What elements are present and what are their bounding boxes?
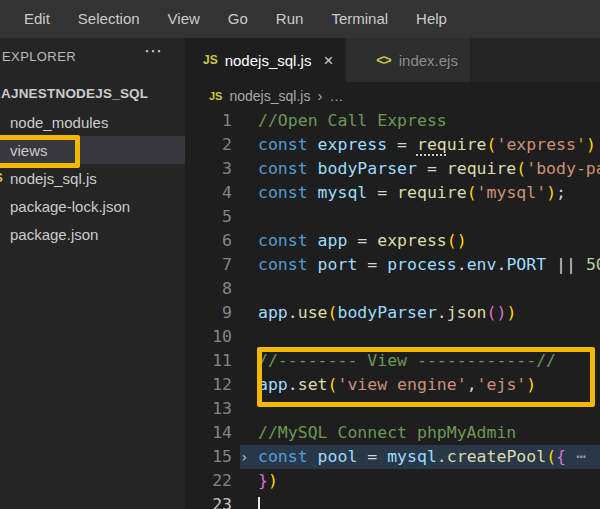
- line-text: app.set('view engine','ejs'): [258, 373, 600, 397]
- tree-item-package-json[interactable]: {}package.json: [0, 220, 185, 248]
- code-line-22[interactable]: 22}): [185, 469, 600, 493]
- code-line-5[interactable]: 5: [185, 205, 600, 229]
- javascript-file-icon: JS: [203, 53, 218, 67]
- menu-item-go[interactable]: Go: [214, 0, 262, 38]
- code-line-11[interactable]: 11//-------- View ------------//: [185, 349, 600, 373]
- line-text: //MySQL Connect phpMyAdmin: [258, 421, 600, 445]
- tree-item-nodejs-sql-js[interactable]: JSnodejs_sql.js: [0, 164, 185, 192]
- code-line-6[interactable]: 6const app = express(): [185, 229, 600, 253]
- code-line-1[interactable]: 1//Open Call Express: [185, 109, 600, 133]
- line-text: const port = process.env.PORT || 5000: [258, 253, 600, 277]
- breadcrumb[interactable]: JS nodejs_sql.js › …: [185, 82, 600, 109]
- breadcrumb-more[interactable]: …: [329, 88, 343, 104]
- menu-item-help[interactable]: Help: [402, 0, 461, 38]
- tree-item-package-lock-json[interactable]: {}package-lock.json: [0, 192, 185, 220]
- code-line-8[interactable]: 8: [185, 277, 600, 301]
- line-text: const mysql = require('mysql');: [258, 181, 600, 205]
- line-text: [258, 277, 600, 301]
- menu-bar: EditSelectionViewGoRunTerminalHelp: [0, 0, 600, 38]
- code-line-4[interactable]: 4const mysql = require('mysql');: [185, 181, 600, 205]
- tab-bar: JSnodejs_sql.js×<>index.ejs: [185, 38, 600, 82]
- json-file-icon: {}: [0, 198, 10, 214]
- code-line-23[interactable]: 23: [185, 493, 600, 509]
- line-number: 10: [185, 325, 240, 349]
- more-actions-icon[interactable]: ⋯: [144, 40, 163, 62]
- javascript-file-icon: JS: [0, 171, 10, 185]
- fold-gutter: [240, 397, 258, 421]
- fold-gutter: [240, 301, 258, 325]
- tree-item-label: node_modules: [10, 114, 108, 131]
- line-text: [258, 325, 600, 349]
- explorer-title: EXPLORER: [2, 49, 76, 64]
- tree-item-node-modules[interactable]: ›node_modules: [0, 108, 185, 136]
- code-line-12[interactable]: 12app.set('view engine','ejs'): [185, 373, 600, 397]
- fold-chevron-icon[interactable]: ›: [240, 445, 258, 469]
- menu-item-selection[interactable]: Selection: [64, 0, 154, 38]
- fold-gutter: [240, 277, 258, 301]
- tree-item-views[interactable]: ›views: [0, 136, 185, 164]
- code-line-13[interactable]: 13: [185, 397, 600, 421]
- line-number: 12: [185, 373, 240, 397]
- vscode-window: EditSelectionViewGoRunTerminalHelp EXPLO…: [0, 0, 600, 509]
- fold-gutter: [240, 469, 258, 493]
- line-number: 23: [185, 493, 240, 509]
- fold-gutter: [240, 325, 258, 349]
- line-number: 1: [185, 109, 240, 133]
- code-line-7[interactable]: 7const port = process.env.PORT || 5000: [185, 253, 600, 277]
- json-file-icon: {}: [0, 226, 10, 242]
- line-number: 7: [185, 253, 240, 277]
- fold-gutter: [240, 181, 258, 205]
- line-text: [258, 493, 600, 509]
- root-folder-label[interactable]: AJNESTNODEJS_SQL: [0, 80, 185, 106]
- line-text: [258, 397, 600, 421]
- line-number: 4: [185, 181, 240, 205]
- fold-gutter: [240, 109, 258, 133]
- fold-gutter: [240, 349, 258, 373]
- close-icon[interactable]: ×: [323, 52, 333, 69]
- text-cursor: [258, 497, 260, 509]
- line-number: 9: [185, 301, 240, 325]
- code-line-9[interactable]: 9app.use(bodyParser.json()): [185, 301, 600, 325]
- fold-gutter: [240, 133, 258, 157]
- tab-label: index.ejs: [399, 52, 458, 69]
- line-text: const app = express(): [258, 229, 600, 253]
- tree-item-label: views: [10, 142, 48, 159]
- line-text: const pool = mysql.createPool({ ⋯: [258, 445, 600, 469]
- line-number: 3: [185, 157, 240, 181]
- menu-item-edit[interactable]: Edit: [10, 0, 64, 38]
- tab-index-ejs[interactable]: <>index.ejs: [346, 38, 470, 82]
- menu-item-run[interactable]: Run: [262, 0, 318, 38]
- editor-area: JSnodejs_sql.js×<>index.ejs JS nodejs_sq…: [185, 38, 600, 509]
- breadcrumb-file[interactable]: nodejs_sql.js: [229, 88, 310, 104]
- line-number: 11: [185, 349, 240, 373]
- tree-item-label: nodejs_sql.js: [10, 170, 97, 187]
- line-text: }): [258, 469, 600, 493]
- code-line-3[interactable]: 3const bodyParser = require('body-parser…: [185, 157, 600, 181]
- line-number: 22: [185, 469, 240, 493]
- line-number: 14: [185, 421, 240, 445]
- line-text: app.use(bodyParser.json()): [258, 301, 600, 325]
- line-number: 13: [185, 397, 240, 421]
- chevron-right-icon: ›: [317, 87, 322, 104]
- fold-gutter: [240, 493, 258, 509]
- explorer-sidebar: EXPLORER ⋯ AJNESTNODEJS_SQL ›node_module…: [0, 38, 185, 509]
- file-tree: ›node_modules›viewsJSnodejs_sql.js{}pack…: [0, 108, 185, 248]
- fold-gutter: [240, 373, 258, 397]
- line-text: //Open Call Express: [258, 109, 600, 133]
- line-number: 5: [185, 205, 240, 229]
- line-number: 15: [185, 445, 240, 469]
- tab-label: nodejs_sql.js: [225, 52, 312, 69]
- chevron-right-icon: ›: [0, 140, 10, 160]
- code-line-10[interactable]: 10: [185, 325, 600, 349]
- fold-gutter: [240, 205, 258, 229]
- code-view[interactable]: 1//Open Call Express2const express = req…: [185, 109, 600, 509]
- chevron-right-icon: ›: [0, 112, 10, 132]
- menu-item-terminal[interactable]: Terminal: [317, 0, 402, 38]
- code-line-14[interactable]: 14//MySQL Connect phpMyAdmin: [185, 421, 600, 445]
- code-line-2[interactable]: 2const express = require('express'): [185, 133, 600, 157]
- tab-nodejs-sql-js[interactable]: JSnodejs_sql.js×: [185, 38, 345, 82]
- line-text: //-------- View ------------//: [258, 349, 600, 373]
- menu-item-view[interactable]: View: [154, 0, 214, 38]
- code-line-15[interactable]: 15›const pool = mysql.createPool({ ⋯: [185, 445, 600, 469]
- fold-gutter: [240, 229, 258, 253]
